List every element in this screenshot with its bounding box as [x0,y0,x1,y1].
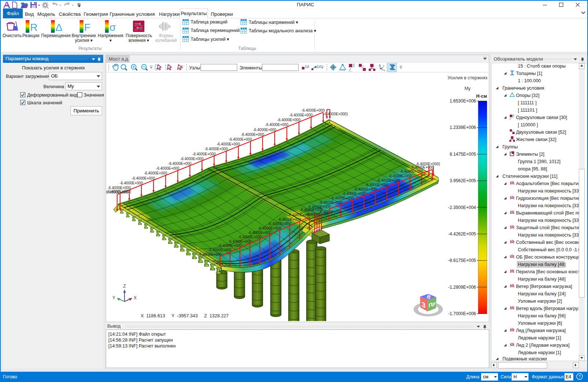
svg-text:My: My [465,86,471,91]
svg-text:-6.4000E+000: -6.4000E+000 [208,248,232,252]
svg-text:Δ: Δ [55,22,62,33]
svg-text:X: X [134,295,137,300]
svg-text:-6.4000E+000: -6.4000E+000 [331,196,354,200]
svg-text:-6.4000E+000: -6.4000E+000 [229,137,252,141]
svg-text:-1.2809E+006: -1.2809E+006 [448,285,476,290]
svg-text:Н·см: Н·см [476,94,487,99]
svg-text:-6.4000E+000: -6.4000E+000 [108,186,131,190]
svg-text:R: R [30,22,37,33]
svg-text:x: x [384,69,385,72]
svg-text:-6.4000E+000: -6.4000E+000 [198,252,222,256]
svg-text:3.9562E+005: 3.9562E+005 [450,178,476,183]
svg-text:F: F [84,22,90,33]
svg-text:1d: 1d [317,65,321,69]
svg-text:Y: Y [383,65,385,67]
svg-text:-8.6175E+005: -8.6175E+005 [448,258,476,263]
svg-text:-6.4000E+000: -6.4000E+000 [248,231,271,235]
svg-text:-6.4000E+000: -6.4000E+000 [400,169,423,173]
svg-text:σ: σ [109,22,116,33]
svg-text:-1.7000E+006: -1.7000E+006 [448,311,476,316]
svg-text:-6.4000E+000: -6.4000E+000 [307,205,331,209]
svg-text:Y: Y [112,295,115,300]
svg-text:-6.4000E+000: -6.4000E+000 [217,142,240,146]
svg-text:-6.4000E+000: -6.4000E+000 [302,108,325,112]
svg-text:-2.3500E+004: -2.3500E+004 [448,205,476,210]
svg-text:-6.4000E+000: -6.4000E+000 [228,239,252,244]
svg-text:-6.4000E+000: -6.4000E+000 [365,183,389,187]
svg-text:Z: Z [123,284,126,289]
svg-text:1d: 1d [305,65,309,69]
svg-text:-6.4000E+000: -6.4000E+000 [144,171,167,175]
svg-text:-6.4000E+000: -6.4000E+000 [205,147,228,151]
svg-text:-6.4000E+000: -6.4000E+000 [258,226,281,230]
svg-text:-4.4262E+005: -4.4262E+005 [448,231,476,237]
svg-text:X 1186.613 Y -3957.343: X 1186.613 Y -3957.343 Z 1328.227 [141,313,229,318]
svg-text:-6.4000E+000: -6.4000E+000 [289,113,313,117]
svg-text:?: ? [578,374,581,379]
svg-text:-6.4000E+000: -6.4000E+000 [278,217,301,221]
svg-text:-6.4000E+000: -6.4000E+000 [218,244,242,248]
svg-text:-6.4000E+000: -6.4000E+000 [180,157,204,161]
svg-text:-6.4000E+000: -6.4000E+000 [319,201,343,205]
svg-text:-6.4000E+000: -6.4000E+000 [388,174,412,178]
svg-text:-6.4000E+000): -6.4000E+000) [107,190,131,194]
svg-text:Z: Z [379,64,380,66]
svg-text:-6.4000E+000: -6.4000E+000 [268,222,291,226]
svg-text:-6.4000E+000: -6.4000E+000 [319,210,342,214]
svg-text:1.2339E+006: 1.2339E+006 [450,125,476,130]
svg-text:-6.4000E+000: -6.4000E+000 [377,179,400,183]
svg-text:-6.4000E+000: -6.4000E+000 [253,128,277,132]
svg-text:-6.4000E+000: -6.4000E+000 [132,176,155,180]
svg-text:-6.4000E+000: -6.4000E+000 [120,181,143,185]
svg-text:-6.4000E+000: -6.4000E+000 [156,166,180,170]
svg-text:-6.4000E+000: -6.4000E+000 [192,152,216,156]
svg-text:8.1475E+005: 8.1475E+005 [450,152,476,157]
svg-text:-6.4000E+000: -6.4000E+000 [241,133,264,137]
svg-text:1.6530E+006: 1.6530E+006 [450,98,476,104]
svg-text:-6.4000E+000: -6.4000E+000 [168,162,192,166]
svg-text:-6.4000E+000): -6.4000E+000) [324,112,348,116]
svg-text:-6.4000E+000): -6.4000E+000) [416,162,440,166]
svg-text:-6.4000E+000: -6.4000E+000 [265,123,289,127]
svg-text:-6.4000E+000: -6.4000E+000 [342,192,366,196]
svg-text:-6.4000E+000: -6.4000E+000 [238,235,261,239]
svg-text:-6.4000E+000: -6.4000E+000 [354,187,377,191]
svg-text:Усилия в стержнях: Усилия в стержнях [448,75,488,80]
svg-text:-6.4000E+000: -6.4000E+000 [277,118,301,122]
